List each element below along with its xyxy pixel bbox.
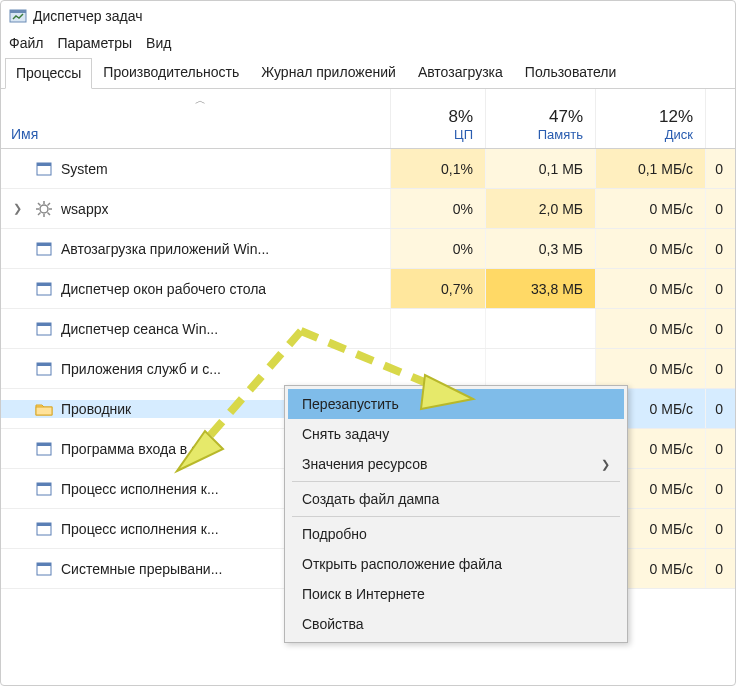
ctx-endtask[interactable]: Снять задачу bbox=[288, 419, 624, 449]
svg-rect-25 bbox=[37, 483, 51, 486]
process-name: Проводник bbox=[61, 401, 131, 417]
process-name-cell: Автозагрузка приложений Win... bbox=[1, 240, 390, 258]
svg-rect-1 bbox=[10, 10, 26, 13]
ctx-resource[interactable]: Значения ресурсов ❯ bbox=[288, 449, 624, 479]
process-row[interactable]: ❯wsappx0%2,0 МБ0 МБ/с0 bbox=[1, 189, 735, 229]
window-icon bbox=[35, 440, 53, 458]
col-disk[interactable]: 12% Диск bbox=[595, 89, 705, 148]
ctx-separator bbox=[292, 516, 620, 517]
net-cell: 0 bbox=[705, 469, 735, 508]
context-menu: Перезапустить Снять задачу Значения ресу… bbox=[284, 385, 628, 643]
process-name-cell: ❯wsappx bbox=[1, 200, 390, 218]
sort-indicator-icon: ︿ bbox=[11, 89, 390, 108]
mem-cell: 0,3 МБ bbox=[485, 229, 595, 268]
expand-icon[interactable]: ❯ bbox=[13, 202, 27, 215]
cpu-cell bbox=[390, 309, 485, 348]
net-cell: 0 bbox=[705, 509, 735, 548]
window-title: Диспетчер задач bbox=[33, 8, 143, 24]
process-row[interactable]: System0,1%0,1 МБ0,1 МБ/с0 bbox=[1, 149, 735, 189]
mem-cell bbox=[485, 309, 595, 348]
window-icon bbox=[35, 280, 53, 298]
app-icon bbox=[9, 7, 27, 25]
ctx-details[interactable]: Подробно bbox=[288, 519, 624, 549]
net-cell: 0 bbox=[705, 429, 735, 468]
tab-apphistory[interactable]: Журнал приложений bbox=[250, 57, 407, 88]
svg-line-12 bbox=[38, 212, 41, 215]
col-name[interactable]: ︿ Имя bbox=[1, 89, 390, 148]
menu-options[interactable]: Параметры bbox=[57, 35, 132, 51]
tab-startup[interactable]: Автозагрузка bbox=[407, 57, 514, 88]
disk-cell: 0 МБ/с bbox=[595, 309, 705, 348]
mem-cell bbox=[485, 349, 595, 388]
tab-performance[interactable]: Производительность bbox=[92, 57, 250, 88]
gear-icon bbox=[35, 200, 53, 218]
col-cpu[interactable]: 8% ЦП bbox=[390, 89, 485, 148]
cpu-cell: 0% bbox=[390, 189, 485, 228]
col-mem[interactable]: 47% Память bbox=[485, 89, 595, 148]
process-name-cell: Диспетчер сеанса Win... bbox=[1, 320, 390, 338]
menubar: Файл Параметры Вид bbox=[1, 31, 735, 57]
process-row[interactable]: Автозагрузка приложений Win...0%0,3 МБ0 … bbox=[1, 229, 735, 269]
window-icon bbox=[35, 480, 53, 498]
process-name: Диспетчер окон рабочего стола bbox=[61, 281, 266, 297]
process-row[interactable]: Диспетчер сеанса Win...0 МБ/с0 bbox=[1, 309, 735, 349]
cpu-cell bbox=[390, 349, 485, 388]
window-icon bbox=[35, 360, 53, 378]
disk-cell: 0,1 МБ/с bbox=[595, 149, 705, 188]
col-net[interactable] bbox=[705, 89, 735, 148]
window-icon bbox=[35, 560, 53, 578]
process-row[interactable]: Приложения служб и с...0 МБ/с0 bbox=[1, 349, 735, 389]
net-cell: 0 bbox=[705, 549, 735, 588]
menu-file[interactable]: Файл bbox=[9, 35, 43, 51]
process-name: wsappx bbox=[61, 201, 108, 217]
mem-cell: 0,1 МБ bbox=[485, 149, 595, 188]
disk-cell: 0 МБ/с bbox=[595, 349, 705, 388]
tab-users[interactable]: Пользователи bbox=[514, 57, 627, 88]
disk-cell: 0 МБ/с bbox=[595, 269, 705, 308]
cpu-cell: 0% bbox=[390, 229, 485, 268]
svg-rect-20 bbox=[37, 363, 51, 366]
svg-rect-18 bbox=[37, 323, 51, 326]
net-cell: 0 bbox=[705, 149, 735, 188]
svg-rect-21 bbox=[36, 407, 52, 415]
process-name: Приложения служб и с... bbox=[61, 361, 221, 377]
process-name: Процесс исполнения к... bbox=[61, 521, 219, 537]
ctx-props[interactable]: Свойства bbox=[288, 609, 624, 639]
ctx-search[interactable]: Поиск в Интернете bbox=[288, 579, 624, 609]
process-name-cell: Диспетчер окон рабочего стола bbox=[1, 280, 390, 298]
process-name-cell: Приложения служб и с... bbox=[1, 360, 390, 378]
process-row[interactable]: Диспетчер окон рабочего стола0,7%33,8 МБ… bbox=[1, 269, 735, 309]
net-cell: 0 bbox=[705, 189, 735, 228]
cpu-cell: 0,1% bbox=[390, 149, 485, 188]
window-icon bbox=[35, 240, 53, 258]
folder-icon bbox=[35, 400, 53, 418]
disk-cell: 0 МБ/с bbox=[595, 189, 705, 228]
process-name: Программа входа в с... bbox=[61, 441, 210, 457]
svg-rect-14 bbox=[37, 243, 51, 246]
column-headers: ︿ Имя 8% ЦП 47% Память 12% Диск bbox=[1, 89, 735, 149]
cpu-cell: 0,7% bbox=[390, 269, 485, 308]
ctx-restart[interactable]: Перезапустить bbox=[288, 389, 624, 419]
net-cell: 0 bbox=[705, 389, 735, 428]
svg-rect-23 bbox=[37, 443, 51, 446]
process-name: Автозагрузка приложений Win... bbox=[61, 241, 269, 257]
menu-view[interactable]: Вид bbox=[146, 35, 171, 51]
ctx-separator bbox=[292, 481, 620, 482]
chevron-right-icon: ❯ bbox=[601, 458, 610, 471]
ctx-openloc[interactable]: Открыть расположение файла bbox=[288, 549, 624, 579]
svg-line-9 bbox=[38, 203, 41, 206]
net-cell: 0 bbox=[705, 229, 735, 268]
svg-rect-16 bbox=[37, 283, 51, 286]
svg-line-10 bbox=[48, 212, 51, 215]
svg-point-4 bbox=[40, 205, 48, 213]
mem-cell: 2,0 МБ bbox=[485, 189, 595, 228]
window-icon bbox=[35, 160, 53, 178]
svg-line-11 bbox=[48, 203, 51, 206]
window-icon bbox=[35, 520, 53, 538]
disk-cell: 0 МБ/с bbox=[595, 229, 705, 268]
svg-rect-27 bbox=[37, 523, 51, 526]
ctx-dump[interactable]: Создать файл дампа bbox=[288, 484, 624, 514]
net-cell: 0 bbox=[705, 269, 735, 308]
tab-processes[interactable]: Процессы bbox=[5, 58, 92, 89]
svg-rect-3 bbox=[37, 163, 51, 166]
